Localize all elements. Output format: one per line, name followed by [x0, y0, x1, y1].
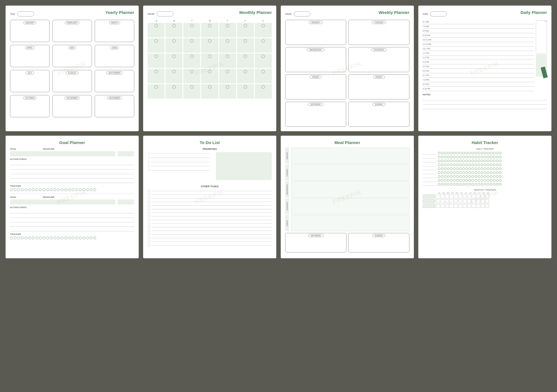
monthly-cell	[255, 23, 272, 37]
habit-circle	[447, 156, 449, 158]
monthly-month-cols	[436, 194, 489, 198]
habit-circle	[475, 160, 477, 162]
month-col-box	[476, 194, 480, 198]
weekly-days-grid: MONDAYTUESDAYWEDNESDAYTHURSDAYFRIDAYFRID…	[285, 20, 409, 127]
date-input[interactable]	[430, 11, 447, 16]
meal-bottom-box: SUNDAY	[348, 233, 409, 252]
other-task-item	[148, 208, 272, 210]
task-circle	[148, 218, 150, 221]
habit-circle	[487, 156, 489, 158]
habit-name-line	[423, 163, 437, 166]
monthly-habit-input[interactable]	[423, 204, 435, 208]
tracker-circles	[10, 188, 134, 191]
time-label: 7-8 AM	[423, 25, 433, 27]
daily-habit-row	[423, 175, 547, 178]
year-label: Year	[10, 13, 15, 15]
other-task-item	[148, 189, 272, 192]
habit-circle	[444, 171, 446, 174]
time-label: 6-7 AM	[423, 21, 433, 23]
tracker-circle	[68, 188, 71, 191]
tracker-circle	[50, 237, 53, 239]
time-row: 4-5 PM	[423, 64, 534, 69]
time-label: 4-5 PM	[423, 65, 433, 67]
month-input[interactable]	[157, 11, 174, 16]
habit-circle	[481, 167, 483, 170]
tracker-circle	[57, 237, 60, 239]
other-tasks-list	[148, 189, 272, 247]
other-task-item	[148, 197, 272, 199]
habit-circle	[465, 160, 468, 162]
meal-bottom-box: SATURDAY	[285, 233, 346, 252]
habit-circle	[481, 179, 483, 182]
habit-circle	[496, 167, 499, 170]
date-circle	[208, 70, 211, 73]
date-circle	[190, 39, 194, 43]
task-line	[152, 198, 272, 198]
habit-circle	[499, 156, 502, 158]
monthly-cell	[165, 69, 182, 83]
time-row: 2-3 PM	[423, 55, 534, 60]
monthly-cell	[201, 69, 218, 83]
deadline-input[interactable]	[118, 151, 134, 156]
monthly-cell	[148, 38, 165, 53]
habit-circle	[475, 167, 477, 170]
habit-circle	[465, 152, 468, 154]
monthly-habit-input[interactable]	[423, 194, 435, 198]
monthly-cell	[201, 23, 218, 37]
date-circle	[208, 55, 211, 58]
habit-circle	[459, 175, 462, 178]
month-col-box	[481, 194, 485, 198]
habit-circle	[472, 183, 474, 186]
habit-circle	[444, 152, 446, 154]
month-col-box	[463, 199, 467, 203]
task-circle	[148, 229, 150, 232]
date-circle	[190, 24, 194, 27]
habit-circle	[444, 156, 446, 158]
month-col-box	[463, 204, 467, 208]
monthly-cell	[183, 53, 200, 68]
habit-circle	[456, 171, 459, 174]
habit-circle	[456, 156, 459, 158]
deadline-label: DEADLINE	[43, 196, 62, 198]
year-input[interactable]	[17, 11, 34, 16]
date-circle	[226, 24, 229, 27]
date-circle	[208, 39, 211, 43]
other-task-item	[148, 204, 272, 207]
goal-input[interactable]	[10, 151, 115, 156]
monthly-cell	[219, 38, 236, 53]
habit-circle	[438, 167, 440, 170]
tracker-circle	[39, 237, 42, 239]
habit-circle	[438, 183, 440, 186]
tracker-circle	[43, 188, 45, 191]
tracker-circle	[39, 188, 42, 191]
daily-habit-row	[423, 159, 547, 162]
habit-circle	[487, 179, 489, 182]
priority-line	[151, 154, 210, 154]
habit-circle	[487, 164, 489, 166]
main-grid: FREEPIK Year Yearly Planner JANUARYFEBRU…	[6, 6, 551, 258]
habit-circle	[456, 167, 459, 170]
habit-circle	[468, 179, 471, 182]
habit-name-line	[423, 167, 437, 170]
date-circle	[155, 55, 158, 58]
goal-input[interactable]	[10, 199, 115, 204]
monthly-habit-input[interactable]	[423, 199, 435, 203]
month-label: JULY	[26, 71, 34, 74]
habit-circle	[468, 160, 471, 162]
tracker-circle	[90, 188, 92, 191]
monthly-day-headers: SMTWTFS	[148, 20, 272, 22]
habit-circle	[453, 179, 456, 182]
habit-name-line	[423, 182, 437, 186]
tracker-circle	[35, 188, 38, 191]
day-header: T	[183, 20, 201, 22]
task-circle	[148, 215, 150, 218]
heart-icon: ♡	[148, 160, 150, 164]
week-input[interactable]	[294, 11, 311, 16]
deadline-input[interactable]	[118, 199, 134, 204]
date-circle	[172, 55, 176, 58]
habit-circle	[450, 175, 453, 178]
habit-circle	[444, 167, 446, 170]
monthly-calendar: SMTWTFS	[148, 20, 272, 99]
month-col-box	[441, 194, 444, 198]
action-label: ACTION STEPS	[10, 158, 134, 160]
